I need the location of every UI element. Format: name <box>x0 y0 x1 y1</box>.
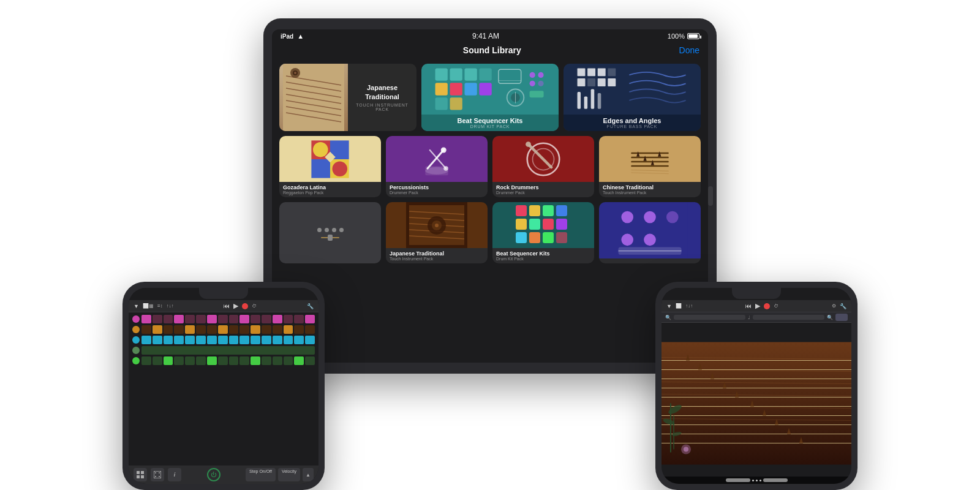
japanese-traditional-banner[interactable]: Japanese Traditional TOUCH INSTRUMENT PA… <box>279 64 417 131</box>
pad[interactable] <box>185 336 195 344</box>
info-btn[interactable]: i <box>168 468 181 481</box>
pad[interactable] <box>174 315 184 323</box>
pad[interactable] <box>294 356 304 365</box>
pad[interactable] <box>185 325 195 334</box>
eq-2-icon[interactable]: ↑↓↑ <box>685 303 693 309</box>
pad[interactable] <box>153 336 162 344</box>
dice-btn[interactable] <box>151 468 164 481</box>
beat-sequencer-small-card[interactable]: Beat Sequencer Kits Drum Kit Pack <box>492 202 594 263</box>
pad[interactable] <box>141 336 151 344</box>
pad[interactable] <box>174 356 184 365</box>
pad[interactable] <box>218 336 228 344</box>
pad[interactable] <box>251 315 260 323</box>
pad[interactable] <box>273 315 282 323</box>
koto-instrument[interactable] <box>662 323 851 484</box>
pad[interactable] <box>153 315 162 323</box>
camera-2-icon[interactable]: ⬜ <box>676 303 682 309</box>
settings-icon[interactable]: 🔧 <box>307 303 314 309</box>
edges-angles-banner[interactable]: Edges and Angles FUTURE BASS PACK <box>564 64 701 131</box>
mixer-icon[interactable]: ≡↕ <box>157 303 163 309</box>
track-select-2-icon[interactable]: ▼ <box>666 303 672 309</box>
pad[interactable] <box>273 356 282 365</box>
velocity-btn[interactable]: Velocity <box>278 468 300 481</box>
pad[interactable] <box>207 315 217 323</box>
ipad-home-button[interactable] <box>708 186 713 206</box>
pad[interactable] <box>239 315 249 323</box>
pad[interactable] <box>294 315 304 323</box>
pad[interactable] <box>196 356 206 365</box>
pad[interactable] <box>164 356 173 365</box>
expand-btn[interactable]: ▲ <box>303 468 314 481</box>
pad[interactable] <box>305 315 315 323</box>
pad[interactable] <box>273 325 282 334</box>
pad[interactable] <box>218 356 228 365</box>
pad[interactable] <box>218 325 228 334</box>
settings-2-icon[interactable]: 🔧 <box>840 303 846 309</box>
pad[interactable] <box>196 336 206 344</box>
record-2-icon[interactable] <box>764 303 770 309</box>
pad[interactable] <box>284 336 293 344</box>
zoom-in-icon[interactable]: 🔍 <box>827 315 833 320</box>
record-icon[interactable] <box>242 303 248 309</box>
pad[interactable] <box>262 315 271 323</box>
gozadera-latina-card[interactable]: Gozadera Latina Reggaeton Pop Pack <box>279 136 381 197</box>
pad[interactable] <box>207 356 217 365</box>
pad[interactable] <box>196 315 206 323</box>
pad[interactable] <box>262 325 271 334</box>
notes-icon[interactable]: ♩ <box>748 315 750 320</box>
pad[interactable] <box>251 336 260 344</box>
pad[interactable] <box>164 336 173 344</box>
track-select-icon[interactable]: ▼ <box>134 303 139 309</box>
bottom-4-card[interactable] <box>599 202 701 263</box>
plugin-icon[interactable]: ⚙ <box>832 303 836 309</box>
pad[interactable] <box>141 356 151 365</box>
click-icon[interactable]: ⏱ <box>252 303 257 309</box>
pad[interactable] <box>196 325 206 334</box>
koto-slider[interactable] <box>726 478 750 482</box>
pad[interactable] <box>141 315 151 323</box>
pad[interactable] <box>294 325 304 334</box>
rock-drummers-card[interactable]: Rock Drummers Drummer Pack <box>492 136 594 197</box>
percussionists-card[interactable]: Percussionists Drummer Pack <box>386 136 488 197</box>
pad[interactable] <box>141 325 151 334</box>
pad[interactable] <box>207 336 217 344</box>
pad[interactable] <box>153 356 162 365</box>
pad[interactable] <box>229 315 239 323</box>
koto-slider-2[interactable] <box>763 478 788 482</box>
pad[interactable] <box>273 336 282 344</box>
pad[interactable] <box>207 325 217 334</box>
japanese-traditional-small-card[interactable]: Japanese Traditional Touch Instrument Pa… <box>386 202 488 263</box>
pad[interactable] <box>305 356 315 365</box>
beat-sequencer-banner[interactable]: Beat Sequencer Kits DRUM KIT PACK <box>421 64 559 131</box>
step-on-off-btn[interactable]: Step On/Off <box>246 468 276 481</box>
pad[interactable] <box>284 315 293 323</box>
pad[interactable] <box>174 325 184 334</box>
play-2-icon[interactable]: ▶ <box>755 302 760 310</box>
pad[interactable] <box>262 356 271 365</box>
pad[interactable] <box>174 336 184 344</box>
pad[interactable] <box>185 356 195 365</box>
pad[interactable] <box>164 325 173 334</box>
pad[interactable] <box>251 325 260 334</box>
click-2-icon[interactable]: ⏱ <box>774 303 778 309</box>
pad[interactable] <box>305 336 315 344</box>
oval-pad[interactable] <box>141 346 315 355</box>
pad[interactable] <box>164 315 173 323</box>
power-button[interactable]: ⏻ <box>207 468 221 481</box>
pad[interactable] <box>153 325 162 334</box>
pad[interactable] <box>239 325 249 334</box>
grid-view-btn[interactable] <box>134 468 147 481</box>
pad[interactable] <box>294 336 304 344</box>
pad[interactable] <box>284 356 293 365</box>
pad[interactable] <box>251 356 260 365</box>
pad[interactable] <box>229 325 239 334</box>
pad[interactable] <box>229 356 239 365</box>
pad[interactable] <box>262 336 271 344</box>
pad[interactable] <box>229 336 239 344</box>
zoom-out-icon[interactable]: 🔍 <box>665 315 671 320</box>
pad[interactable] <box>185 315 195 323</box>
play-icon[interactable]: ▶ <box>233 302 238 310</box>
pad[interactable] <box>218 315 228 323</box>
chinese-traditional-card[interactable]: Chinese Traditional Touch Instrument Pac… <box>599 136 701 197</box>
pad[interactable] <box>284 325 293 334</box>
